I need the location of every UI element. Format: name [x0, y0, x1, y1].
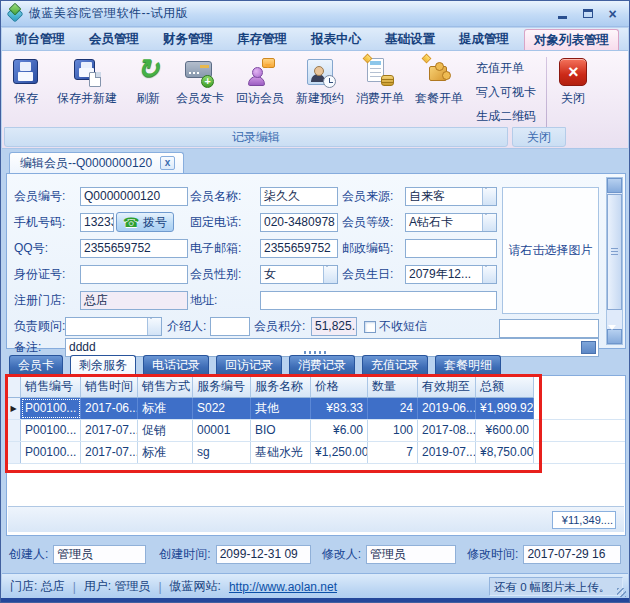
save-and-new-button[interactable]: 保存并新建	[48, 55, 126, 107]
tab-phone-records[interactable]: 电话记录	[143, 355, 209, 375]
tab-label: 编辑会员--Q0000000120	[20, 155, 152, 172]
scroll-down-button[interactable]	[607, 329, 622, 344]
consultant-select[interactable]	[65, 317, 162, 336]
modified-at-input: 2017-07-29 16	[523, 545, 621, 564]
mobile-input[interactable]: 1323333	[80, 213, 114, 232]
consume-bill-button[interactable]: 消费开单	[350, 55, 410, 107]
refresh-button[interactable]: ↻ 刷新	[126, 55, 170, 107]
cell-sale-no: P00100...	[21, 420, 81, 441]
website-link[interactable]: http://www.aolan.net	[229, 580, 337, 594]
menu-item-front-desk[interactable]: 前台管理	[6, 29, 74, 50]
menu-item-finance[interactable]: 财务管理	[154, 29, 222, 50]
extra-field-input[interactable]	[499, 319, 599, 338]
member-photo-box[interactable]: 请右击选择图片	[502, 187, 599, 314]
menu-item-inventory[interactable]: 库存管理	[228, 29, 296, 50]
cell-sale-type: 标准	[138, 442, 193, 463]
member-source-select[interactable]: 自来客	[405, 187, 497, 206]
ribbon-toolbar: 保存 保存并新建 ↻ 刷新 + 会员发卡 回访会员 新建预约	[2, 51, 628, 149]
document-tab-row: 编辑会员--Q0000000120 x	[5, 149, 625, 173]
tab-package-details[interactable]: 套餐明细	[435, 355, 501, 375]
tab-edit-member[interactable]: 编辑会员--Q0000000120 x	[9, 152, 184, 173]
menu-item-settings[interactable]: 基础设置	[376, 29, 444, 50]
member-id-input[interactable]: Q0000000120	[80, 187, 188, 206]
consultant-label: 负责顾问:	[14, 317, 65, 336]
recharge-bill-button[interactable]: 充值开单	[476, 60, 536, 77]
menu-item-reports[interactable]: 报表中心	[302, 29, 370, 50]
dial-button[interactable]: ☎拨号	[116, 212, 174, 232]
menu-item-members[interactable]: 会员管理	[80, 29, 148, 50]
red-close-icon: ×	[558, 57, 588, 87]
issue-card-button[interactable]: + 会员发卡	[170, 55, 230, 107]
grid-indicator-header	[7, 376, 21, 398]
tab-consume-records[interactable]: 消费记录	[289, 355, 355, 375]
email-input[interactable]: 2355659752	[260, 239, 338, 258]
tab-close-icon[interactable]: x	[160, 156, 175, 170]
cell-service-name: 其他	[251, 398, 311, 419]
minimize-button[interactable]	[552, 6, 573, 22]
tab-visit-records[interactable]: 回访记录	[216, 355, 282, 375]
tab-member-card[interactable]: 会员卡	[9, 355, 63, 375]
table-row[interactable]: ▶ P00100... 2017-06... 标准 S022 其他 ¥83.33…	[7, 398, 625, 420]
package-bill-button[interactable]: 套餐开单	[410, 55, 468, 107]
col-sale-no[interactable]: 销售编号	[21, 376, 81, 398]
maximize-button[interactable]	[577, 6, 598, 22]
address-input[interactable]	[260, 291, 497, 310]
dropdown-arrow-icon[interactable]	[323, 266, 337, 283]
member-name-label: 会员名称:	[190, 187, 241, 206]
window-bottom-edge	[1, 598, 629, 602]
tab-remaining-services[interactable]: 剩余服务	[70, 355, 136, 375]
visit-member-button[interactable]: 回访会员	[230, 55, 290, 107]
new-appointment-button[interactable]: 新建预约	[290, 55, 350, 107]
idcard-input[interactable]	[80, 265, 188, 284]
menu-item-object-list[interactable]: 对象列表管理	[524, 29, 619, 50]
col-qty[interactable]: 数量	[368, 376, 418, 398]
dropdown-arrow-icon[interactable]	[482, 214, 496, 231]
introducer-label: 介绍人:	[167, 317, 206, 336]
no-sms-checkbox[interactable]	[364, 321, 376, 333]
write-visual-card-button[interactable]: 写入可视卡	[476, 84, 536, 101]
cell-sale-type: 促销	[138, 420, 193, 441]
puzzle-icon	[424, 57, 454, 87]
minimize-icon	[558, 16, 567, 19]
menu-item-commission[interactable]: 提成管理	[450, 29, 518, 50]
status-bar: 门店: 总店 | 用户: 管理员 | 傲蓝网站: http://www.aola…	[2, 573, 628, 599]
created-at-input: 2099-12-31 09	[216, 545, 311, 564]
dropdown-arrow-icon[interactable]	[482, 188, 496, 205]
scrollbar-thumb[interactable]	[607, 194, 622, 310]
photo-hint: 请右击选择图片	[509, 242, 593, 259]
col-total[interactable]: 总额	[476, 376, 534, 398]
birthday-select[interactable]: 2079年12...	[405, 265, 497, 284]
cell-service-name: 基础水光	[251, 442, 311, 463]
level-select[interactable]: A钻石卡	[405, 213, 497, 232]
col-service-name[interactable]: 服务名称	[251, 376, 311, 398]
close-tab-button[interactable]: × 关闭	[551, 55, 595, 107]
form-vertical-scrollbar[interactable]	[606, 177, 623, 345]
tab-recharge-records[interactable]: 充值记录	[362, 355, 428, 375]
dropdown-arrow-icon[interactable]	[482, 266, 496, 283]
table-row[interactable]: P00100... 2017-07... 促销 00001 BIO ¥6.00 …	[7, 420, 625, 442]
col-price[interactable]: 价格	[311, 376, 368, 398]
cell-service-no: S022	[193, 398, 251, 419]
scroll-up-button[interactable]	[607, 178, 622, 193]
col-sale-type[interactable]: 销售方式	[138, 376, 193, 398]
cell-valid-until: 2017-08...	[418, 420, 476, 441]
member-id-label: 会员编号:	[14, 187, 65, 206]
save-button[interactable]: 保存	[4, 55, 48, 107]
col-service-no[interactable]: 服务编号	[193, 376, 251, 398]
landline-input[interactable]: 020-3480978	[260, 213, 338, 232]
maximize-icon	[583, 9, 593, 18]
col-valid-until[interactable]: 有效期至	[418, 376, 476, 398]
dropdown-arrow-icon[interactable]	[147, 318, 161, 335]
qq-input[interactable]: 2355659752	[80, 239, 188, 258]
close-button[interactable]: ×	[602, 6, 623, 22]
address-label: 地址:	[190, 291, 217, 310]
introducer-input[interactable]	[210, 317, 250, 336]
col-sale-time[interactable]: 销售时间	[81, 376, 138, 398]
postcode-input[interactable]	[405, 239, 497, 258]
member-name-input[interactable]: 柒久久	[260, 187, 338, 206]
gender-label: 会员性别:	[190, 265, 241, 284]
generate-qrcode-button[interactable]: 生成二维码	[476, 108, 536, 125]
resize-grip-icon[interactable]	[617, 588, 626, 597]
table-row[interactable]: P00100... 2017-07... 标准 sg 基础水光 ¥1,250.0…	[7, 442, 625, 464]
gender-select[interactable]: 女	[260, 265, 338, 284]
